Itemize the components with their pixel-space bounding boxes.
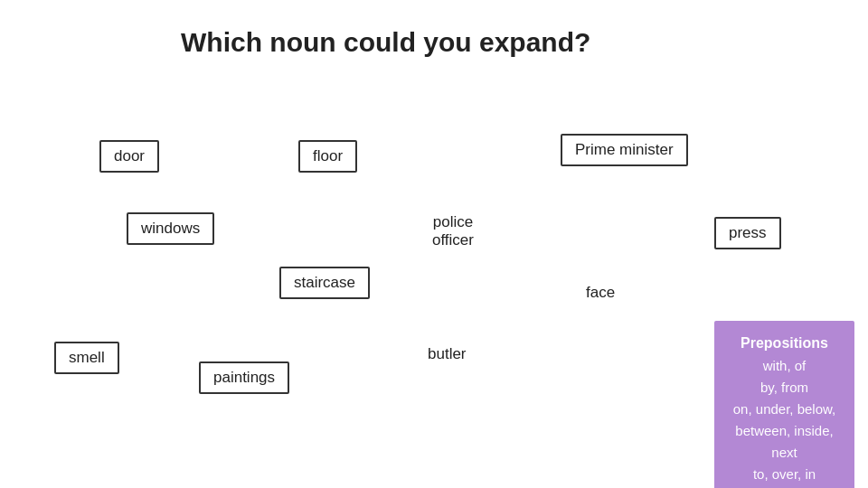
prepositions-content: with, of by, from on, under, below, betw…	[727, 355, 842, 485]
word-door: door	[99, 140, 159, 173]
word-prime-minister: Prime minister	[561, 134, 688, 166]
word-police-officer: police officer	[425, 210, 481, 253]
page-title: Which noun could you expand?	[181, 27, 590, 58]
word-smell: smell	[54, 342, 119, 374]
prepositions-box: Prepositions with, of by, from on, under…	[714, 321, 854, 488]
word-press: press	[714, 217, 781, 249]
word-staircase: staircase	[279, 267, 370, 299]
word-windows: windows	[127, 212, 214, 245]
word-butler: butler	[420, 342, 474, 367]
prepositions-title: Prepositions	[727, 332, 842, 355]
word-floor: floor	[298, 140, 357, 173]
word-face: face	[579, 280, 622, 305]
word-paintings: paintings	[199, 361, 289, 394]
